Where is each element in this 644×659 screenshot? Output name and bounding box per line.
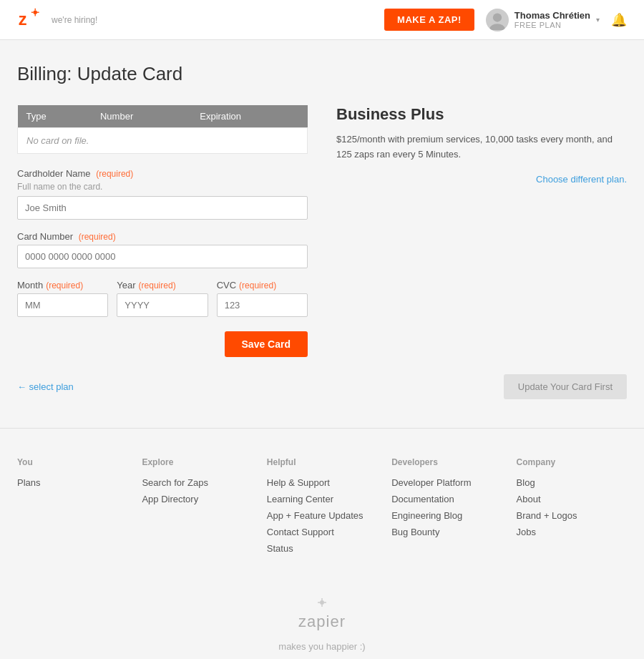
footer-col-developers-title: Developers	[391, 457, 502, 467]
footer-link-app-directory[interactable]: App Directory	[142, 494, 252, 504]
table-row: No card on file.	[18, 128, 308, 154]
col-type: Type	[18, 105, 92, 128]
footer-link-blog[interactable]: Blog	[517, 477, 627, 488]
card-number-input[interactable]	[17, 245, 308, 268]
footer-col-explore: Explore Search for Zaps App Directory	[142, 457, 252, 560]
zapier-logo-icon: z	[17, 7, 43, 33]
save-btn-row: Save Card	[17, 331, 308, 357]
footer-link-documentation[interactable]: Documentation	[391, 494, 502, 504]
save-card-button[interactable]: Save Card	[225, 331, 308, 357]
year-input[interactable]	[117, 293, 208, 317]
footer-logo-area: zapier makes you happier :)	[17, 581, 627, 659]
footer-col-helpful: Helpful Help & Support Learning Center A…	[267, 457, 377, 560]
footer-col-explore-title: Explore	[142, 457, 252, 467]
footer-col-helpful-title: Helpful	[267, 457, 377, 467]
card-number-required: (required)	[79, 232, 116, 242]
footer-link-brand-logos[interactable]: Brand + Logos	[517, 510, 627, 521]
header-right: MAKE A ZAP! Thomas Chrétien FREE PLAN ▾ …	[384, 9, 627, 31]
year-label: Year (required)	[117, 280, 208, 291]
card-number-group: Card Number (required)	[17, 231, 308, 268]
notification-bell-icon[interactable]: 🔔	[611, 12, 627, 28]
action-row: ← select plan Update Your Card First	[17, 374, 627, 399]
footer-link-help-support[interactable]: Help & Support	[267, 477, 377, 488]
footer-col-you: You Plans	[17, 457, 127, 560]
user-info-text: Thomas Chrétien FREE PLAN	[514, 10, 590, 29]
cvc-input[interactable]	[217, 293, 308, 317]
main-content: Billing: Update Card Type Number Expirat…	[0, 40, 644, 428]
plan-info-section: Business Plus $125/month with premium se…	[336, 105, 627, 363]
avatar-icon	[487, 10, 507, 30]
footer-link-jobs[interactable]: Jobs	[517, 527, 627, 537]
footer-col-company-title: Company	[517, 457, 627, 467]
select-plan-link[interactable]: ← select plan	[17, 381, 74, 392]
col-expiration: Expiration	[191, 105, 307, 128]
svg-point-8	[320, 600, 324, 605]
footer-link-engineering-blog[interactable]: Engineering Blog	[391, 510, 502, 521]
cardholder-label: Cardholder Name (required)	[17, 168, 308, 179]
update-card-button[interactable]: Update Your Card First	[504, 374, 627, 399]
footer: You Plans Explore Search for Zaps App Di…	[0, 428, 644, 659]
plan-description: $125/month with premium services, 10,000…	[336, 132, 627, 162]
card-number-label: Card Number (required)	[17, 231, 308, 242]
cardholder-name-group: Cardholder Name (required) Full name on …	[17, 168, 308, 220]
footer-col-developers: Developers Developer Platform Documentat…	[391, 457, 502, 560]
zapier-footer-bolt-icon	[315, 595, 329, 610]
month-label: Month (required)	[17, 280, 108, 291]
footer-link-search-zaps[interactable]: Search for Zaps	[142, 477, 252, 488]
col-number: Number	[92, 105, 191, 128]
header: z we're hiring! MAKE A ZAP! Thomas Chrét…	[0, 0, 644, 40]
svg-point-1	[34, 10, 37, 14]
footer-link-learning-center[interactable]: Learning Center	[267, 494, 377, 504]
footer-link-feature-updates[interactable]: App + Feature Updates	[267, 510, 377, 521]
choose-plan-link[interactable]: Choose different plan.	[336, 174, 627, 185]
month-group: Month (required)	[17, 280, 108, 317]
expiry-row: Month (required) Year (required)	[17, 280, 308, 317]
cardholder-name-input[interactable]	[17, 196, 308, 220]
year-group: Year (required)	[117, 280, 208, 317]
user-plan: FREE PLAN	[514, 21, 590, 29]
zapier-footer-logo: zapier	[17, 595, 627, 634]
cvc-label: CVC (required)	[217, 280, 308, 291]
no-card-message: No card on file.	[18, 128, 308, 154]
footer-col-company: Company Blog About Brand + Logos Jobs	[517, 457, 627, 560]
cardholder-hint: Full name on the card.	[17, 182, 308, 192]
footer-link-contact-support[interactable]: Contact Support	[267, 527, 377, 537]
svg-point-6	[493, 13, 502, 21]
user-menu[interactable]: Thomas Chrétien FREE PLAN ▾	[486, 9, 600, 31]
footer-link-plans[interactable]: Plans	[17, 477, 127, 488]
card-form-section: Type Number Expiration No card on file.	[17, 105, 308, 363]
cardholder-required: (required)	[96, 169, 133, 179]
svg-point-7	[489, 24, 504, 30]
make-zap-button[interactable]: MAKE A ZAP!	[384, 9, 474, 31]
header-left: z we're hiring!	[17, 7, 97, 33]
avatar	[486, 9, 509, 31]
footer-logo-text: zapier	[298, 612, 346, 631]
card-table: Type Number Expiration No card on file.	[17, 105, 308, 154]
footer-link-bug-bounty[interactable]: Bug Bounty	[391, 527, 502, 537]
footer-link-developer-platform[interactable]: Developer Platform	[391, 477, 502, 488]
footer-col-you-title: You	[17, 457, 127, 467]
month-input[interactable]	[17, 293, 108, 317]
svg-text:z: z	[19, 10, 27, 29]
plan-title: Business Plus	[336, 105, 627, 124]
cvc-group: CVC (required)	[217, 280, 308, 317]
footer-link-about[interactable]: About	[517, 494, 627, 504]
page-title: Billing: Update Card	[17, 63, 627, 85]
chevron-down-icon: ▾	[596, 16, 600, 24]
billing-grid: Type Number Expiration No card on file.	[17, 105, 627, 363]
hiring-text: we're hiring!	[52, 15, 97, 25]
logo: z	[17, 7, 43, 33]
footer-columns: You Plans Explore Search for Zaps App Di…	[17, 457, 627, 560]
user-name: Thomas Chrétien	[514, 10, 590, 21]
footer-tagline: makes you happier :)	[17, 641, 627, 652]
footer-link-status[interactable]: Status	[267, 543, 377, 554]
